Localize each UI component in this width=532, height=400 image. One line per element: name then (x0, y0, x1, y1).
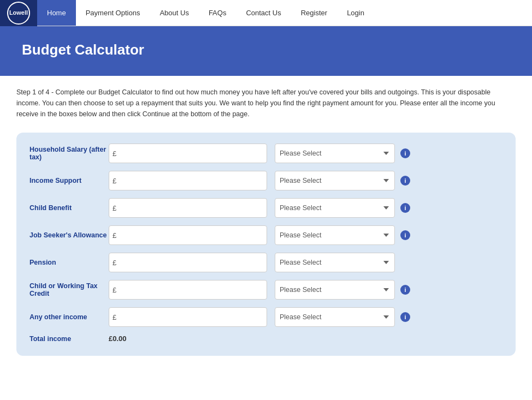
input-wrap-other-income: £ (109, 307, 267, 327)
nav-item-faqs[interactable]: FAQs (199, 0, 237, 26)
pound-sign-2: £ (113, 204, 116, 212)
main-content: Step 1 of 4 - Complete our Budget Calcul… (0, 76, 532, 367)
select-tax-credit[interactable]: Please Select Weekly Fortnightly Monthly… (275, 280, 395, 300)
label-household-salary: Household Salary (after tax) (29, 146, 109, 161)
row-child-benefit: Child Benefit £ Please Select Weekly For… (29, 198, 503, 218)
label-job-seekers-allowance: Job Seeker's Allowance (29, 231, 109, 239)
info-icon-5[interactable]: i (400, 285, 410, 295)
navigation: Lowell Home Payment Options About Us FAQ… (0, 0, 532, 26)
input-wrap-pension: £ (109, 253, 267, 272)
row-pension: Pension £ Please Select Weekly Fortnight… (29, 253, 503, 272)
row-household-salary: Household Salary (after tax) £ Please Se… (29, 144, 503, 163)
input-wrap-child-benefit: £ (109, 198, 267, 218)
select-job-seekers[interactable]: Please Select Weekly Fortnightly Monthly… (275, 225, 395, 245)
label-pension: Pension (29, 259, 109, 266)
input-income-support[interactable] (119, 177, 263, 185)
input-pension[interactable] (119, 259, 263, 267)
step-description: Step 1 of 4 - Complete our Budget Calcul… (16, 87, 516, 120)
select-pension[interactable]: Please Select Weekly Fortnightly Monthly… (275, 253, 395, 272)
pound-sign-3: £ (113, 231, 116, 240)
total-income-value: £0.00 (109, 335, 127, 343)
info-icon-0[interactable]: i (400, 148, 410, 158)
row-income-support: Income Support £ Please Select Weekly Fo… (29, 171, 503, 190)
select-income-support[interactable]: Please Select Weekly Fortnightly Monthly… (275, 171, 395, 190)
nav-items: Home Payment Options About Us FAQs Conta… (37, 0, 374, 26)
input-job-seekers[interactable] (119, 231, 263, 240)
label-tax-credit: Child or Working Tax Credit (29, 282, 109, 297)
input-household-salary[interactable] (119, 150, 263, 158)
input-wrap-household-salary: £ (109, 144, 267, 163)
info-icon-3[interactable]: i (400, 230, 410, 240)
select-household-salary[interactable]: Please Select Weekly Fortnightly Monthly… (275, 144, 395, 163)
total-row: Total income £0.00 (29, 335, 503, 343)
nav-item-about-us[interactable]: About Us (150, 0, 198, 26)
input-child-benefit[interactable] (119, 204, 263, 212)
pound-sign-6: £ (113, 313, 116, 321)
input-wrap-job-seekers: £ (109, 225, 267, 245)
row-other-income: Any other income £ Please Select Weekly … (29, 307, 503, 327)
row-tax-credit: Child or Working Tax Credit £ Please Sel… (29, 280, 503, 300)
label-child-benefit: Child Benefit (29, 204, 109, 212)
input-wrap-income-support: £ (109, 171, 267, 190)
pound-sign-4: £ (113, 259, 116, 267)
info-icon-6[interactable]: i (400, 312, 410, 322)
total-income-label: Total income (29, 335, 109, 343)
logo[interactable]: Lowell (0, 0, 37, 26)
label-other-income: Any other income (29, 313, 109, 321)
label-income-support: Income Support (29, 177, 109, 184)
nav-item-payment-options[interactable]: Payment Options (76, 0, 150, 26)
row-job-seekers-allowance: Job Seeker's Allowance £ Please Select W… (29, 225, 503, 245)
info-icon-1[interactable]: i (400, 176, 410, 186)
select-other-income[interactable]: Please Select Weekly Fortnightly Monthly… (275, 307, 395, 327)
nav-item-register[interactable]: Register (291, 0, 337, 26)
pound-sign-5: £ (113, 286, 116, 294)
select-child-benefit[interactable]: Please Select Weekly Fortnightly Monthly… (275, 198, 395, 218)
income-form-card: Household Salary (after tax) £ Please Se… (16, 133, 516, 356)
info-icon-2[interactable]: i (400, 203, 410, 213)
nav-item-login[interactable]: Login (337, 0, 374, 26)
logo-circle: Lowell (7, 2, 30, 25)
input-wrap-tax-credit: £ (109, 280, 267, 300)
nav-item-home[interactable]: Home (37, 0, 76, 26)
pound-sign-0: £ (113, 150, 116, 158)
nav-item-contact-us[interactable]: Contact Us (236, 0, 291, 26)
page-title: Budget Calculator (22, 41, 510, 58)
input-other-income[interactable] (119, 313, 263, 321)
input-tax-credit[interactable] (119, 286, 263, 294)
pound-sign-1: £ (113, 177, 116, 185)
hero-banner: Budget Calculator (0, 26, 532, 76)
